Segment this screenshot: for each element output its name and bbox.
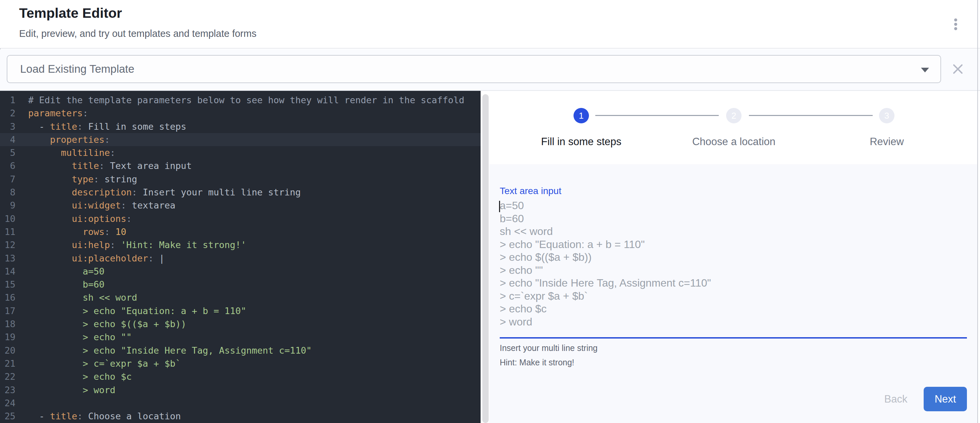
placeholder-line: sh << word xyxy=(500,225,967,238)
step-circle-2: 2 xyxy=(726,108,741,124)
line-number: 12 xyxy=(0,238,16,251)
line-number: 14 xyxy=(0,265,16,278)
placeholder-line: > echo "Equation: a + b = 110" xyxy=(500,238,967,251)
line-number: 5 xyxy=(0,146,16,159)
split-resize-handle[interactable] xyxy=(482,94,488,423)
line-number: 20 xyxy=(0,344,16,357)
line-number: 6 xyxy=(0,159,16,172)
window-right-border xyxy=(977,0,978,423)
line-number: 22 xyxy=(0,370,16,383)
yaml-code-editor[interactable]: 1# Edit the template parameters below to… xyxy=(0,91,480,423)
line-number: 1 xyxy=(0,93,16,106)
placeholder-line: > echo "" xyxy=(500,264,967,277)
multiline-textarea[interactable]: a=50b=60sh << word> echo "Equation: a + … xyxy=(500,199,967,328)
line-number: 17 xyxy=(0,304,16,317)
editor-line: 11 rows: 10 xyxy=(0,225,480,238)
field-description: Insert your multi line string xyxy=(500,343,598,353)
textarea-focus-underline xyxy=(500,337,967,339)
placeholder-line: b=60 xyxy=(500,212,967,225)
line-number: 11 xyxy=(0,225,16,238)
page-header: Template Editor Edit, preview, and try o… xyxy=(0,0,980,49)
line-number: 4 xyxy=(0,133,16,146)
placeholder-line: > word xyxy=(500,315,967,328)
line-number: 23 xyxy=(0,383,16,396)
step-label: Choose a location xyxy=(692,136,775,148)
text-cursor xyxy=(499,201,500,212)
template-loader-bar: Load Existing Template xyxy=(0,49,980,91)
line-number: 2 xyxy=(0,106,16,120)
editor-line: 17 > echo "Equation: a + b = 110" xyxy=(0,304,480,317)
editor-line: 22 > echo $c xyxy=(0,370,480,383)
line-number: 15 xyxy=(0,278,16,291)
page-subtitle: Edit, preview, and try out templates and… xyxy=(19,28,256,39)
editor-line: 1# Edit the template parameters below to… xyxy=(0,93,480,106)
step-label: Fill in some steps xyxy=(541,136,621,148)
template-editor-page: Template Editor Edit, preview, and try o… xyxy=(0,0,980,423)
back-button[interactable]: Back xyxy=(876,387,916,411)
field-label: Text area input xyxy=(500,186,562,196)
next-button[interactable]: Next xyxy=(924,387,967,411)
editor-line: 10 ui:options: xyxy=(0,212,480,225)
editor-line: 23 > word xyxy=(0,383,480,396)
editor-line: 18 > echo $(($a + $b)) xyxy=(0,317,480,331)
load-existing-template-select[interactable]: Load Existing Template xyxy=(7,55,941,83)
page-title: Template Editor xyxy=(19,5,122,21)
line-number: 3 xyxy=(0,120,16,133)
editor-line: 2parameters: xyxy=(0,106,480,120)
editor-line: 16 sh << word xyxy=(0,291,480,304)
line-number: 18 xyxy=(0,317,16,331)
placeholder-line: > c=`expr $a + $b` xyxy=(500,290,967,303)
step-label: Review xyxy=(870,136,904,148)
preview-panel: 1Fill in some steps2Choose a location3Re… xyxy=(489,91,978,423)
chevron-down-icon xyxy=(921,68,929,72)
editor-line: 25 - title: Choose a location xyxy=(0,410,480,423)
editor-line: 24 xyxy=(0,396,480,410)
placeholder-line: a=50 xyxy=(500,199,967,212)
line-number: 13 xyxy=(0,252,16,265)
line-number: 8 xyxy=(0,186,16,199)
editor-line: 13 ui:placeholder: | xyxy=(0,252,480,265)
editor-line: 15 b=60 xyxy=(0,278,480,291)
editor-line: 21 > c=`expr $a + $b` xyxy=(0,357,480,370)
select-placeholder: Load Existing Template xyxy=(20,55,135,82)
editor-line: 9 ui:widget: textarea xyxy=(0,199,480,212)
line-number: 21 xyxy=(0,357,16,370)
editor-line: 7 type: string xyxy=(0,173,480,186)
placeholder-line: > echo $(($a + $b)) xyxy=(500,251,967,264)
close-icon[interactable] xyxy=(950,61,966,77)
line-number: 16 xyxy=(0,291,16,304)
line-number: 24 xyxy=(0,396,16,410)
editor-line: 14 a=50 xyxy=(0,265,480,278)
form-step-card: Text area input a=50b=60sh << word> echo… xyxy=(489,164,978,423)
editor-line: 8 description: Insert your multi line st… xyxy=(0,186,480,199)
editor-line: 5 multiline: xyxy=(0,146,480,159)
editor-line: 3 - title: Fill in some steps xyxy=(0,120,480,133)
step-connector xyxy=(749,115,873,116)
line-number: 7 xyxy=(0,173,16,186)
step-circle-1: 1 xyxy=(574,108,589,124)
editor-line: 6 title: Text area input xyxy=(0,159,480,172)
placeholder-line: > echo $c xyxy=(500,303,967,315)
kebab-menu-icon[interactable] xyxy=(947,13,964,35)
editor-line: 19 > echo "" xyxy=(0,331,480,344)
editor-line: 12 ui:help: 'Hint: Make it strong!' xyxy=(0,238,480,251)
editor-line: 20 > echo "Inside Here Tag, Assignment c… xyxy=(0,344,480,357)
field-hint: Hint: Make it strong! xyxy=(500,358,574,368)
step-circle-3: 3 xyxy=(879,108,894,124)
placeholder-line: > echo "Inside Here Tag, Assignment c=11… xyxy=(500,277,967,290)
line-number: 19 xyxy=(0,331,16,344)
line-number: 10 xyxy=(0,212,16,225)
step-connector xyxy=(595,115,719,116)
editor-line: 4 properties: xyxy=(0,133,480,146)
line-number: 25 xyxy=(0,410,16,423)
line-number: 9 xyxy=(0,199,16,212)
